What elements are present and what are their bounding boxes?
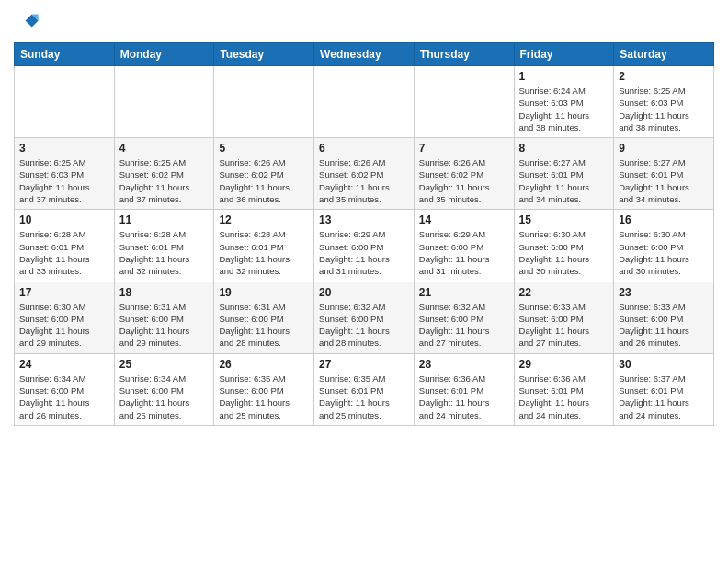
calendar-cell: 6Sunrise: 6:26 AM Sunset: 6:02 PM Daylig… <box>314 138 415 210</box>
day-info: Sunrise: 6:35 AM Sunset: 6:00 PM Dayligh… <box>219 373 309 421</box>
day-info: Sunrise: 6:33 AM Sunset: 6:00 PM Dayligh… <box>619 301 709 350</box>
calendar-cell <box>414 66 514 138</box>
day-info: Sunrise: 6:34 AM Sunset: 6:00 PM Dayligh… <box>119 373 210 421</box>
day-info: Sunrise: 6:26 AM Sunset: 6:02 PM Dayligh… <box>219 156 309 205</box>
calendar-week-4: 17Sunrise: 6:30 AM Sunset: 6:00 PM Dayli… <box>15 282 714 353</box>
calendar-cell: 12Sunrise: 6:28 AM Sunset: 6:01 PM Dayli… <box>214 210 314 282</box>
day-info: Sunrise: 6:37 AM Sunset: 6:01 PM Dayligh… <box>619 373 709 421</box>
calendar-cell: 17Sunrise: 6:30 AM Sunset: 6:00 PM Dayli… <box>15 282 115 353</box>
calendar-cell: 2Sunrise: 6:25 AM Sunset: 6:03 PM Daylig… <box>614 66 714 138</box>
day-number: 20 <box>319 286 409 299</box>
weekday-header-saturday: Saturday <box>614 43 714 66</box>
calendar-cell: 4Sunrise: 6:25 AM Sunset: 6:02 PM Daylig… <box>114 138 214 210</box>
calendar-cell: 28Sunrise: 6:36 AM Sunset: 6:01 PM Dayli… <box>414 353 514 425</box>
calendar-cell: 19Sunrise: 6:31 AM Sunset: 6:00 PM Dayli… <box>214 282 314 353</box>
page: SundayMondayTuesdayWednesdayThursdayFrid… <box>0 0 728 563</box>
day-info: Sunrise: 6:32 AM Sunset: 6:00 PM Dayligh… <box>319 301 409 350</box>
calendar-header: SundayMondayTuesdayWednesdayThursdayFrid… <box>15 43 714 66</box>
day-info: Sunrise: 6:25 AM Sunset: 6:03 PM Dayligh… <box>619 85 709 133</box>
day-info: Sunrise: 6:30 AM Sunset: 6:00 PM Dayligh… <box>519 228 609 277</box>
day-number: 1 <box>519 70 609 83</box>
day-number: 11 <box>119 213 210 226</box>
day-number: 10 <box>19 213 109 226</box>
day-number: 13 <box>319 213 409 226</box>
calendar-week-1: 1Sunrise: 6:24 AM Sunset: 6:03 PM Daylig… <box>15 66 714 138</box>
day-info: Sunrise: 6:30 AM Sunset: 6:00 PM Dayligh… <box>619 228 709 277</box>
weekday-header-wednesday: Wednesday <box>314 43 415 66</box>
weekday-row: SundayMondayTuesdayWednesdayThursdayFrid… <box>15 43 714 66</box>
calendar-cell: 30Sunrise: 6:37 AM Sunset: 6:01 PM Dayli… <box>614 353 714 425</box>
calendar-cell <box>114 66 214 138</box>
calendar-cell: 3Sunrise: 6:25 AM Sunset: 6:03 PM Daylig… <box>15 138 115 210</box>
weekday-header-sunday: Sunday <box>15 43 115 66</box>
day-number: 6 <box>319 142 409 155</box>
logo <box>14 9 43 35</box>
calendar-cell: 1Sunrise: 6:24 AM Sunset: 6:03 PM Daylig… <box>514 66 614 138</box>
day-number: 25 <box>119 358 210 371</box>
calendar-cell: 15Sunrise: 6:30 AM Sunset: 6:00 PM Dayli… <box>514 210 614 282</box>
day-number: 7 <box>419 142 509 155</box>
calendar-cell: 20Sunrise: 6:32 AM Sunset: 6:00 PM Dayli… <box>314 282 415 353</box>
calendar-cell <box>314 66 415 138</box>
day-info: Sunrise: 6:27 AM Sunset: 6:01 PM Dayligh… <box>519 156 609 205</box>
day-info: Sunrise: 6:26 AM Sunset: 6:02 PM Dayligh… <box>419 156 509 205</box>
calendar-cell: 8Sunrise: 6:27 AM Sunset: 6:01 PM Daylig… <box>514 138 614 210</box>
day-number: 19 <box>219 286 309 299</box>
day-info: Sunrise: 6:35 AM Sunset: 6:01 PM Dayligh… <box>319 373 409 421</box>
day-info: Sunrise: 6:34 AM Sunset: 6:00 PM Dayligh… <box>19 373 109 421</box>
calendar-cell: 21Sunrise: 6:32 AM Sunset: 6:00 PM Dayli… <box>414 282 514 353</box>
day-number: 24 <box>19 358 109 371</box>
calendar-cell: 27Sunrise: 6:35 AM Sunset: 6:01 PM Dayli… <box>314 353 415 425</box>
day-number: 9 <box>619 142 709 155</box>
calendar-cell <box>15 66 115 138</box>
weekday-header-friday: Friday <box>514 43 614 66</box>
day-number: 27 <box>319 358 409 371</box>
day-number: 14 <box>419 213 509 226</box>
day-info: Sunrise: 6:36 AM Sunset: 6:01 PM Dayligh… <box>419 373 509 421</box>
day-number: 12 <box>219 213 309 226</box>
day-number: 29 <box>519 358 609 371</box>
calendar-cell: 7Sunrise: 6:26 AM Sunset: 6:02 PM Daylig… <box>414 138 514 210</box>
calendar-cell: 25Sunrise: 6:34 AM Sunset: 6:00 PM Dayli… <box>114 353 214 425</box>
calendar-cell: 11Sunrise: 6:28 AM Sunset: 6:01 PM Dayli… <box>114 210 214 282</box>
day-info: Sunrise: 6:30 AM Sunset: 6:00 PM Dayligh… <box>19 301 109 350</box>
day-number: 16 <box>619 213 709 226</box>
day-number: 17 <box>19 286 109 299</box>
calendar-week-5: 24Sunrise: 6:34 AM Sunset: 6:00 PM Dayli… <box>15 353 714 425</box>
calendar-cell: 9Sunrise: 6:27 AM Sunset: 6:01 PM Daylig… <box>614 138 714 210</box>
weekday-header-tuesday: Tuesday <box>214 43 314 66</box>
calendar-cell: 26Sunrise: 6:35 AM Sunset: 6:00 PM Dayli… <box>214 353 314 425</box>
day-number: 5 <box>219 142 309 155</box>
calendar-week-2: 3Sunrise: 6:25 AM Sunset: 6:03 PM Daylig… <box>15 138 714 210</box>
day-number: 18 <box>119 286 210 299</box>
day-number: 22 <box>519 286 609 299</box>
calendar-cell: 23Sunrise: 6:33 AM Sunset: 6:00 PM Dayli… <box>614 282 714 353</box>
day-number: 30 <box>619 358 709 371</box>
day-info: Sunrise: 6:29 AM Sunset: 6:00 PM Dayligh… <box>319 228 409 277</box>
calendar-cell: 13Sunrise: 6:29 AM Sunset: 6:00 PM Dayli… <box>314 210 415 282</box>
weekday-header-monday: Monday <box>114 43 214 66</box>
day-info: Sunrise: 6:26 AM Sunset: 6:02 PM Dayligh… <box>319 156 409 205</box>
day-number: 26 <box>219 358 309 371</box>
day-info: Sunrise: 6:29 AM Sunset: 6:00 PM Dayligh… <box>419 228 509 277</box>
calendar-cell: 22Sunrise: 6:33 AM Sunset: 6:00 PM Dayli… <box>514 282 614 353</box>
day-number: 4 <box>119 142 210 155</box>
day-number: 2 <box>619 70 709 83</box>
calendar-cell <box>214 66 314 138</box>
day-number: 15 <box>519 213 609 226</box>
day-info: Sunrise: 6:25 AM Sunset: 6:02 PM Dayligh… <box>119 156 210 205</box>
calendar-cell: 29Sunrise: 6:36 AM Sunset: 6:01 PM Dayli… <box>514 353 614 425</box>
day-number: 28 <box>419 358 509 371</box>
day-info: Sunrise: 6:25 AM Sunset: 6:03 PM Dayligh… <box>19 156 109 205</box>
calendar-cell: 10Sunrise: 6:28 AM Sunset: 6:01 PM Dayli… <box>15 210 115 282</box>
day-number: 8 <box>519 142 609 155</box>
day-info: Sunrise: 6:32 AM Sunset: 6:00 PM Dayligh… <box>419 301 509 350</box>
day-number: 21 <box>419 286 509 299</box>
calendar-cell: 18Sunrise: 6:31 AM Sunset: 6:00 PM Dayli… <box>114 282 214 353</box>
day-info: Sunrise: 6:31 AM Sunset: 6:00 PM Dayligh… <box>219 301 309 350</box>
calendar-cell: 5Sunrise: 6:26 AM Sunset: 6:02 PM Daylig… <box>214 138 314 210</box>
day-number: 23 <box>619 286 709 299</box>
day-info: Sunrise: 6:28 AM Sunset: 6:01 PM Dayligh… <box>219 228 309 277</box>
day-info: Sunrise: 6:28 AM Sunset: 6:01 PM Dayligh… <box>119 228 210 277</box>
calendar-cell: 24Sunrise: 6:34 AM Sunset: 6:00 PM Dayli… <box>15 353 115 425</box>
